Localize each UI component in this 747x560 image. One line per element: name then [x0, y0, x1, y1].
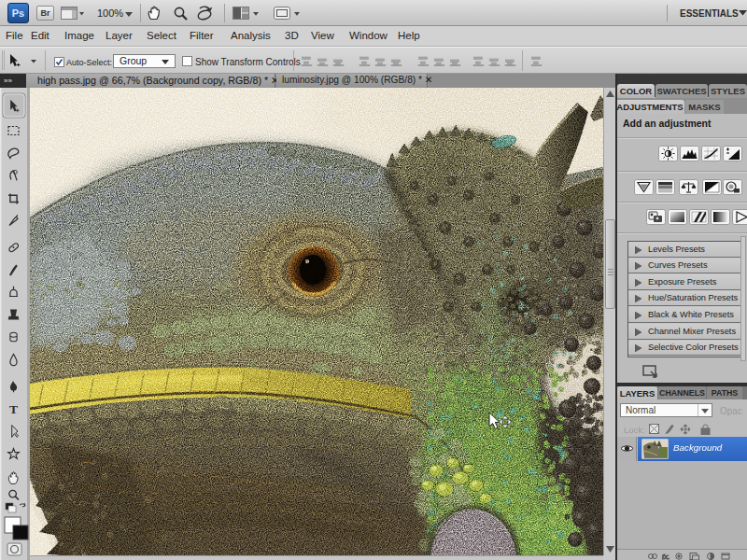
svg-text:fx.: fx. [662, 553, 669, 560]
svg-text:T: T [9, 402, 18, 416]
